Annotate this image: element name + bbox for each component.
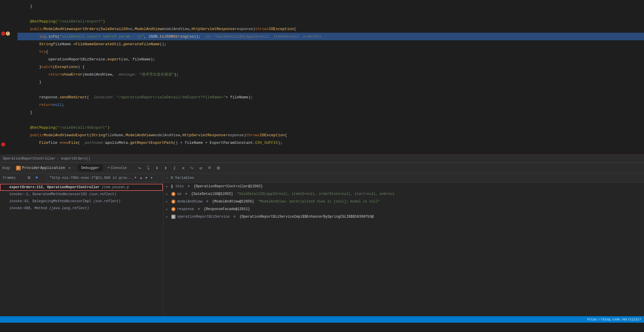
frame-detail-2: (sun.reflect)	[91, 199, 121, 203]
redirect-input-btn[interactable]: ↪	[136, 165, 143, 172]
gutter-line	[0, 51, 16, 58]
frames-list: exportOrders:112, OperationReportControl…	[0, 183, 163, 213]
gutter-line	[0, 65, 16, 72]
variables-title: Variables	[175, 176, 194, 180]
var-item-this[interactable]: ▶ this = {OperationReportController@1200…	[163, 183, 644, 190]
settings-btn[interactable]: ≡	[206, 165, 213, 172]
var-eq-svc: =	[231, 215, 238, 219]
thread-up-btn[interactable]: ▲	[139, 176, 143, 180]
code-line: File file = new File ( pathname: apolloM…	[17, 139, 644, 146]
code-line: return null ;	[17, 101, 644, 109]
breadcrumb-class[interactable]: OperationReportController	[3, 157, 55, 161]
code-line	[17, 116, 644, 124]
breadcrumb-bar: OperationReportController › exportOrders…	[0, 155, 644, 162]
step-out-btn[interactable]: ⬆	[162, 165, 169, 172]
gutter-line	[0, 9, 16, 16]
frame-detail-1: (sun.reflect)	[87, 192, 116, 196]
thread-selector[interactable]: "http-nio-7001-exec-2"@11,600 in grou...…	[46, 174, 157, 182]
frame-name-2: invoke:43, DelegatingMethodAccessorImpl	[9, 199, 91, 203]
var-eq-mav: =	[204, 200, 210, 204]
code-line: @GetMapping("/saleDetail/export")	[17, 18, 644, 25]
status-url: https://blog.csdn.net/zj1217	[587, 318, 641, 321]
debug-toolbar: ↪ ⤵ ⬇ ⬆ ⤸ ✕ ⤷ ↺ ≡ ⊞	[134, 165, 224, 172]
evaluate-btn[interactable]: ✕	[180, 165, 187, 172]
frames-label: Frames	[3, 176, 15, 180]
step-over-btn[interactable]: ⤵	[145, 165, 152, 172]
code-line: } catch ( Exception e ) {	[17, 63, 644, 71]
var-icon-mav: p	[171, 200, 175, 204]
code-line: @GetMapping("/saleDetail/doExport")	[17, 124, 644, 131]
app-name: ProviderApplication	[22, 166, 65, 170]
gutter-line	[0, 127, 16, 134]
var-val-so: {SaleDetailSO@12855}	[191, 192, 235, 196]
console-icon: ⌨	[108, 166, 110, 170]
filter-frames-btn[interactable]: ▼	[34, 175, 40, 181]
code-content: } @GetMapping("/saleDetail/export") publ…	[17, 0, 644, 155]
copy-frames-btn[interactable]: ⧉	[26, 175, 32, 181]
breadcrumb-method[interactable]: exportOrders()	[61, 157, 90, 161]
var-eq-so: =	[183, 192, 189, 196]
code-line: }	[17, 109, 644, 116]
editor-area: ! } @GetMapping("/saleDetail/e	[0, 0, 644, 155]
var-item-response[interactable]: ▶ p response = {ResponseFacade@12011}	[163, 205, 644, 213]
thread-controls: ▲ ▼ ▼	[139, 176, 154, 180]
frames-panel: Frames ⧉ ▼ "http-nio-7001-exec-2"@11,600…	[0, 173, 163, 316]
var-arrow-resp: ▶	[166, 207, 170, 211]
var-arrow-mav: ▶	[166, 200, 170, 203]
line-gutter: !	[0, 0, 16, 155]
frame-item-2[interactable]: invoke:43, DelegatingMethodAccessorImpl …	[0, 198, 163, 205]
run-cursor-btn[interactable]: ⤸	[171, 165, 178, 172]
gutter-line	[0, 106, 16, 113]
frame-detail-0: (com.youzan.p	[100, 185, 129, 189]
app-icon: ▶	[16, 166, 21, 170]
frames-header: Frames ⧉ ▼ "http-nio-7001-exec-2"@11,600…	[0, 173, 163, 183]
debug-panel: bug: ▶ ProviderApplication ✕ Debugger ⌨ …	[0, 162, 644, 316]
frames-controls: ⧉ ▼	[26, 175, 40, 181]
code-line: operationReportBizService. export (so, f…	[17, 55, 644, 63]
var-arrow-this: ▶	[166, 185, 170, 188]
gutter-line	[0, 148, 16, 155]
trace-btn[interactable]: ↺	[197, 165, 204, 172]
provider-app-tab[interactable]: ▶ ProviderApplication	[14, 165, 67, 171]
layout-btn[interactable]: ⊞	[215, 165, 222, 172]
variables-label: ≡	[170, 175, 173, 181]
frame-detail-3: (java.lang.reflect)	[47, 206, 89, 210]
thread-filter-btn[interactable]: ▼	[149, 176, 154, 180]
debug-label: bug:	[2, 166, 11, 170]
frame-item-1[interactable]: invoke:-1, GeneratedMethodAccessor192 (s…	[0, 191, 163, 198]
gutter-line	[0, 71, 16, 78]
code-line	[17, 146, 644, 154]
code-line-try: try {	[17, 48, 644, 55]
tab-console[interactable]: ⌨ Console	[104, 165, 130, 171]
force-step-btn[interactable]: ⤷	[189, 165, 196, 172]
separator-arrow: →	[166, 176, 168, 180]
gutter-line	[0, 92, 16, 99]
var-item-so[interactable]: ▶ p so = {SaleDetailSO@12855} "SaleDetai…	[163, 190, 644, 198]
step-into-btn[interactable]: ⬇	[154, 165, 161, 172]
tab-debugger[interactable]: Debugger	[78, 165, 103, 171]
code-line: return showError (modelAndView, message:…	[17, 71, 644, 78]
var-item-modelandview[interactable]: ▶ p modelAndView = {ModelAndView@12856} …	[163, 198, 644, 205]
close-app-btn[interactable]: ✕	[68, 166, 71, 170]
code-line	[17, 10, 644, 18]
code-line-highlighted: log . info ( "saleDetail export search p…	[17, 33, 644, 40]
frame-item-0[interactable]: exportOrders:112, OperationReportControl…	[0, 184, 163, 191]
frame-item-3[interactable]: invoke:498, Method (java.lang.reflect)	[0, 205, 163, 212]
var-detail-so: "SaleDetailSO(appId=null, itemId=null, o…	[237, 192, 394, 196]
code-line: String fileName = FileNameGenerateUtil .…	[17, 40, 644, 48]
var-item-service[interactable]: ▶ ⚙ operationReportBizService = {Operati…	[163, 213, 644, 221]
var-arrow-so: ▶	[166, 192, 170, 196]
gutter-line	[0, 85, 16, 92]
status-bar: https://blog.csdn.net/zj1217	[0, 316, 644, 323]
debug-content: Frames ⧉ ▼ "http-nio-7001-exec-2"@11,600…	[0, 173, 644, 316]
code-line-error: if (file. exists ()) {	[17, 154, 644, 155]
thread-down-btn[interactable]: ▼	[144, 176, 149, 180]
var-detail-mav: "ModelAndView: materialized View is [nul…	[258, 200, 380, 204]
code-line	[17, 86, 644, 93]
var-val-this: {OperationReportController@12002}	[193, 184, 263, 188]
gutter-line	[0, 99, 16, 106]
code-line: response. sendRedirect ( location: "/ope…	[17, 93, 644, 101]
gutter-line	[0, 134, 16, 141]
var-icon-resp: p	[171, 207, 175, 211]
frame-name-0: exportOrders:112, OperationReportControl…	[9, 185, 100, 189]
